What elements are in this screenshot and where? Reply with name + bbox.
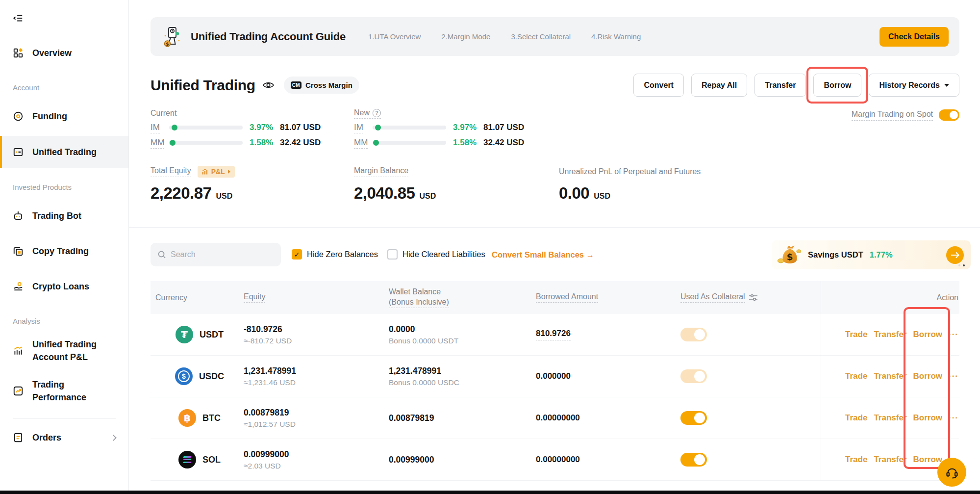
guide-step-1[interactable]: 1.UTA Overview xyxy=(368,32,421,41)
more-actions-button[interactable]: ··· xyxy=(949,330,958,339)
crypto-loans-icon xyxy=(13,281,24,292)
action-transfer[interactable]: Transfer xyxy=(874,371,906,381)
sidebar-item-crypto-loans[interactable]: Crypto Loans xyxy=(0,276,128,297)
currency-cell: SOL xyxy=(151,451,244,468)
savings-banner[interactable]: $ Savings USDT 1.77% xyxy=(772,240,971,269)
guide-step-3[interactable]: 3.Select Collateral xyxy=(511,32,571,41)
sidebar-item-trading-performance[interactable]: Trading Performance xyxy=(0,376,128,406)
action-trade[interactable]: Trade xyxy=(845,413,867,423)
chevron-right-icon xyxy=(110,435,117,441)
equity-usd: ≈1,231.46 USD xyxy=(244,378,296,387)
savings-rate: 1.77% xyxy=(870,250,893,260)
sidebar-item-copy-trading[interactable]: Copy Trading xyxy=(0,240,128,262)
action-transfer[interactable]: Transfer xyxy=(874,455,906,465)
equity-cell: -810.9726≈-810.72 USD xyxy=(244,324,389,345)
coin-glyph: ₮ xyxy=(181,330,188,339)
action-trade[interactable]: Trade xyxy=(845,330,867,339)
headset-icon xyxy=(945,465,959,480)
filter-sliders-icon[interactable] xyxy=(749,294,757,301)
mm-value: 32.42 USD xyxy=(280,138,321,148)
table-row: $USDC1,231.478991≈1,231.46 USD1,231.4789… xyxy=(151,356,959,397)
orders-icon xyxy=(13,432,24,443)
convert-button[interactable]: Convert xyxy=(633,74,683,97)
history-records-button[interactable]: History Records xyxy=(869,74,959,97)
column-equity[interactable]: Equity xyxy=(244,292,389,303)
sidebar-item-orders[interactable]: Orders xyxy=(0,427,128,448)
action-trade[interactable]: Trade xyxy=(845,371,867,381)
asset-table: Currency Equity Wallet Balance (Bonus In… xyxy=(151,281,959,481)
mm-percent: 1.58% xyxy=(250,138,280,148)
guide-step-2[interactable]: 2.Margin Mode xyxy=(441,32,490,41)
more-actions-button[interactable]: ··· xyxy=(949,371,958,381)
collateral-toggle[interactable] xyxy=(680,411,707,425)
borrow-button[interactable]: Borrow xyxy=(813,74,861,97)
column-wallet-balance[interactable]: Wallet Balance (Bonus Inclusive) xyxy=(389,287,536,308)
column-borrowed-amount[interactable]: Borrowed Amount xyxy=(536,292,680,303)
funding-icon xyxy=(13,111,24,122)
window-bottom-edge xyxy=(0,491,980,494)
margin-spot-toggle[interactable] xyxy=(939,109,959,121)
action-transfer[interactable]: Transfer xyxy=(874,413,906,423)
sidebar-item-trading-bot[interactable]: Trading Bot xyxy=(0,205,128,227)
more-actions-button[interactable]: ··· xyxy=(949,413,958,423)
new-label: New xyxy=(354,108,370,117)
transfer-button[interactable]: Transfer xyxy=(754,74,806,97)
total-equity-value: 2,220.87 xyxy=(151,184,211,203)
sidebar-item-funding[interactable]: Funding xyxy=(0,105,128,127)
support-headset-button[interactable] xyxy=(937,458,966,487)
sidebar-collapse-icon[interactable] xyxy=(13,13,25,26)
equity-value: 0.00999000 xyxy=(244,449,289,460)
convert-small-balances-link[interactable]: Convert Small Balances → xyxy=(492,250,594,260)
mm-percent: 1.58% xyxy=(453,138,483,148)
sidebar-item-uta-pnl[interactable]: Unified Trading Account P&L xyxy=(0,336,128,365)
im-row: IM 3.97% 81.07 USD xyxy=(151,121,321,133)
savings-arrow-button[interactable] xyxy=(946,246,964,264)
question-icon[interactable] xyxy=(373,109,381,117)
margin-trading-on-spot: Margin Trading on Spot xyxy=(852,109,959,121)
action-borrow[interactable]: Borrow xyxy=(913,455,943,465)
sidebar-item-overview[interactable]: Overview xyxy=(0,42,128,64)
im-value: 81.07 USD xyxy=(280,123,321,132)
pnl-badge[interactable]: P&L xyxy=(198,166,235,178)
collateral-toggle[interactable] xyxy=(680,328,707,341)
hide-cleared-liabilities-checkbox[interactable]: Hide Cleared Liabilities xyxy=(387,249,485,260)
action-transfer[interactable]: Transfer xyxy=(874,330,906,339)
check-details-button[interactable]: Check Details xyxy=(879,27,949,47)
hide-zero-balances-checkbox[interactable]: Hide Zero Balances xyxy=(292,249,378,260)
repay-all-button[interactable]: Repay All xyxy=(691,74,747,97)
collateral-cell xyxy=(680,369,821,383)
im-value: 81.07 USD xyxy=(483,123,524,132)
action-borrow[interactable]: Borrow xyxy=(913,330,943,339)
action-borrow[interactable]: Borrow xyxy=(913,371,943,381)
guide-step-4[interactable]: 4.Risk Warning xyxy=(591,32,641,41)
checkbox-unchecked-icon xyxy=(387,249,398,260)
search-input[interactable] xyxy=(171,250,274,259)
im-progress-bar xyxy=(169,126,243,130)
main-content: $ Unified Trading Account Guide 1.UTA Ov… xyxy=(129,0,980,494)
borrowed-amount: 0.00000000 xyxy=(536,455,580,465)
total-equity-stat: Total Equity P&L 2,220.87 USD xyxy=(151,166,235,203)
mm-progress-bar xyxy=(373,141,446,145)
current-label: Current xyxy=(151,108,176,118)
coin-glyph: ฿ xyxy=(184,413,191,423)
margin-mode-badge[interactable]: CM Cross Margin xyxy=(284,77,359,94)
usd-suffix: USD xyxy=(594,192,610,201)
checkbox-checked-icon xyxy=(292,249,302,260)
collateral-toggle[interactable] xyxy=(680,369,707,383)
mm-label: MM xyxy=(354,138,368,149)
action-trade[interactable]: Trade xyxy=(845,455,867,465)
unrealized-pnl-stat: Unrealized PnL of Perpetual and Futures … xyxy=(559,166,701,203)
eye-icon[interactable] xyxy=(263,81,274,89)
action-borrow[interactable]: Borrow xyxy=(913,413,943,423)
action-cell: TradeTransferBorrow··· xyxy=(821,356,959,397)
sidebar-item-unified-trading[interactable]: Unified Trading xyxy=(0,136,128,168)
currency-name: USDT xyxy=(200,330,224,340)
asset-table-body: ₮USDT-810.9726≈-810.72 USD0.0000Bonus 0.… xyxy=(151,314,959,481)
trading-bot-icon xyxy=(13,210,24,221)
cross-margin-icon: CM xyxy=(291,81,302,89)
collateral-toggle[interactable] xyxy=(680,453,707,467)
borrowed-cell: 0.00000000 xyxy=(536,413,680,423)
column-used-as-collateral[interactable]: Used As Collateral xyxy=(680,292,821,303)
wallet-cell: 0.00999000 xyxy=(389,455,536,465)
copy-trading-icon xyxy=(13,246,24,257)
